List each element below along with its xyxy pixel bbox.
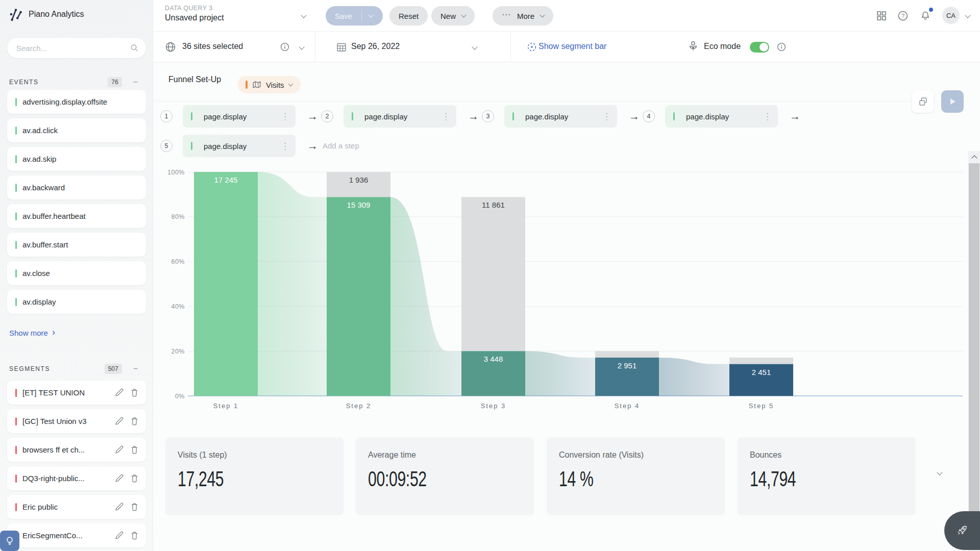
- more-button[interactable]: ⋯ More: [493, 6, 553, 26]
- search-input[interactable]: [16, 44, 130, 53]
- segment-list-item[interactable]: Eric public: [7, 495, 146, 519]
- whats-new-rocket-button[interactable]: [944, 511, 980, 550]
- segment-accent-bar: [15, 503, 17, 511]
- kpi-panel-chevron-icon[interactable]: [937, 469, 942, 475]
- event-list-item[interactable]: av.buffer.start: [7, 233, 146, 257]
- insights-bulb-button[interactable]: [0, 531, 19, 551]
- events-count-badge: 76: [108, 77, 121, 87]
- piano-analytics-logo-icon: [8, 7, 23, 22]
- query-chevron-icon[interactable]: [301, 12, 306, 18]
- event-list-item[interactable]: av.display: [7, 290, 146, 314]
- delete-trash-icon[interactable]: [130, 445, 140, 455]
- kpi-card: Conversion rate (Visits)14 %: [547, 437, 725, 515]
- save-button[interactable]: Save: [326, 6, 383, 26]
- event-list-item[interactable]: av.close: [7, 261, 146, 285]
- date-range-label[interactable]: Sep 26, 2022: [351, 42, 400, 51]
- delete-trash-icon[interactable]: [130, 502, 140, 512]
- event-list-item[interactable]: av.buffer.heartbeat: [7, 204, 146, 228]
- item-label: [GC] Test Union v3: [22, 417, 109, 425]
- segment-bar-target-icon: [527, 42, 537, 52]
- calendar-icon: [336, 41, 347, 53]
- delete-trash-icon[interactable]: [130, 416, 140, 427]
- event-accent-bar: [15, 269, 17, 278]
- account-chevron-icon[interactable]: [965, 12, 970, 18]
- project-name: Unsaved project: [165, 13, 224, 22]
- event-list-item[interactable]: av.ad.click: [7, 118, 146, 142]
- x-axis-step-label: Step 2: [346, 402, 372, 410]
- lost-cap: [595, 351, 659, 358]
- item-label: advertising.display.offsite: [22, 97, 140, 106]
- kpi-label: Bounces: [750, 450, 781, 460]
- events-list: advertising.display.offsiteav.ad.clickav…: [7, 90, 146, 318]
- funnel-flow-area: [258, 172, 327, 396]
- event-list-item[interactable]: advertising.display.offsite: [7, 90, 146, 114]
- scrollbar-thumb[interactable]: [969, 163, 979, 534]
- eco-mode-label: Eco mode: [704, 42, 741, 51]
- new-chevron-icon: [461, 12, 467, 17]
- show-segment-bar-link[interactable]: Show segment bar: [538, 42, 606, 51]
- item-label: [ET] TEST UNION: [22, 388, 109, 397]
- more-chevron-icon: [540, 12, 545, 17]
- event-list-item[interactable]: av.backward: [7, 176, 146, 199]
- date-chevron-icon[interactable]: [472, 44, 477, 49]
- segment-list-item[interactable]: [GC] Test Union v3: [7, 409, 146, 433]
- edit-pencil-icon[interactable]: [114, 502, 125, 512]
- sites-info-icon[interactable]: [280, 42, 289, 52]
- save-chevron-icon[interactable]: [369, 13, 374, 18]
- collapse-segments-icon[interactable]: −: [133, 366, 138, 372]
- reset-button[interactable]: Reset: [389, 6, 428, 26]
- event-accent-bar: [15, 184, 17, 192]
- search-box[interactable]: [7, 38, 146, 58]
- query-label: DATA QUERY 3: [165, 5, 224, 12]
- segment-list-item[interactable]: browsers ff et ch...: [7, 438, 146, 462]
- segment-list-item[interactable]: [ET] TEST UNION: [7, 381, 146, 405]
- brand-logo-row: Piano Analytics: [8, 7, 84, 22]
- kpi-label: Visits (1 step): [178, 450, 227, 460]
- query-block[interactable]: DATA QUERY 3 Unsaved project: [165, 5, 224, 22]
- edit-pencil-icon[interactable]: [114, 388, 125, 398]
- delete-trash-icon[interactable]: [130, 388, 140, 398]
- page: Piano Analytics EVENTS 76 − advertising.…: [0, 0, 980, 551]
- item-label: DQ3-right-public...: [22, 474, 109, 483]
- segment-accent-bar: [15, 474, 17, 483]
- y-axis-tick-label: 0%: [175, 393, 185, 400]
- segment-accent-bar: [15, 446, 17, 454]
- delete-trash-icon[interactable]: [130, 531, 140, 541]
- item-label: av.backward: [22, 183, 140, 192]
- filters-toolbar: 36 sites selected Sep 26, 2022 Show segm…: [153, 32, 980, 62]
- kpi-value: 00:09:52: [368, 467, 427, 491]
- segment-list-item[interactable]: DQ3-right-public...: [7, 466, 146, 490]
- edit-pencil-icon[interactable]: [114, 416, 125, 427]
- lost-cap: [461, 197, 525, 351]
- item-label: av.ad.skip: [22, 155, 140, 163]
- lost-value-label: 11 861: [482, 201, 505, 209]
- edit-pencil-icon[interactable]: [114, 473, 125, 484]
- funnel-chart: 0%20%40%60%80%100%17 245Step 11 93615 30…: [153, 62, 968, 419]
- segment-list-item[interactable]: EricSegmentCo...: [7, 523, 146, 547]
- new-button[interactable]: New: [431, 6, 475, 26]
- item-label: av.buffer.heartbeat: [22, 212, 140, 220]
- item-label: browsers ff et ch...: [22, 445, 109, 454]
- user-avatar[interactable]: CA: [942, 7, 960, 24]
- notifications-bell-icon[interactable]: [920, 10, 931, 21]
- kpi-card: Average time00:09:52: [356, 437, 534, 515]
- segments-count-badge: 507: [105, 364, 122, 374]
- scroll-up-arrow[interactable]: [968, 151, 980, 163]
- edit-pencil-icon[interactable]: [114, 531, 125, 541]
- segments-section-header: SEGMENTS 507 −: [9, 363, 138, 374]
- eco-info-icon[interactable]: [777, 42, 786, 52]
- rocket-icon: [955, 524, 969, 537]
- edit-pencil-icon[interactable]: [114, 445, 125, 455]
- kpi-label: Average time: [368, 450, 416, 460]
- show-more-events-link[interactable]: Show more ›: [9, 328, 55, 338]
- apps-grid-icon[interactable]: [876, 10, 887, 21]
- sites-selected-label[interactable]: 36 sites selected: [182, 42, 243, 51]
- help-icon[interactable]: ?: [897, 10, 909, 21]
- brand-name: Piano Analytics: [29, 10, 84, 19]
- delete-trash-icon[interactable]: [130, 473, 140, 484]
- event-list-item[interactable]: av.ad.skip: [7, 147, 146, 171]
- collapse-events-icon[interactable]: −: [133, 79, 138, 85]
- vertical-scrollbar[interactable]: [968, 151, 980, 551]
- sites-chevron-icon[interactable]: [299, 44, 304, 49]
- eco-mode-toggle[interactable]: [750, 42, 769, 53]
